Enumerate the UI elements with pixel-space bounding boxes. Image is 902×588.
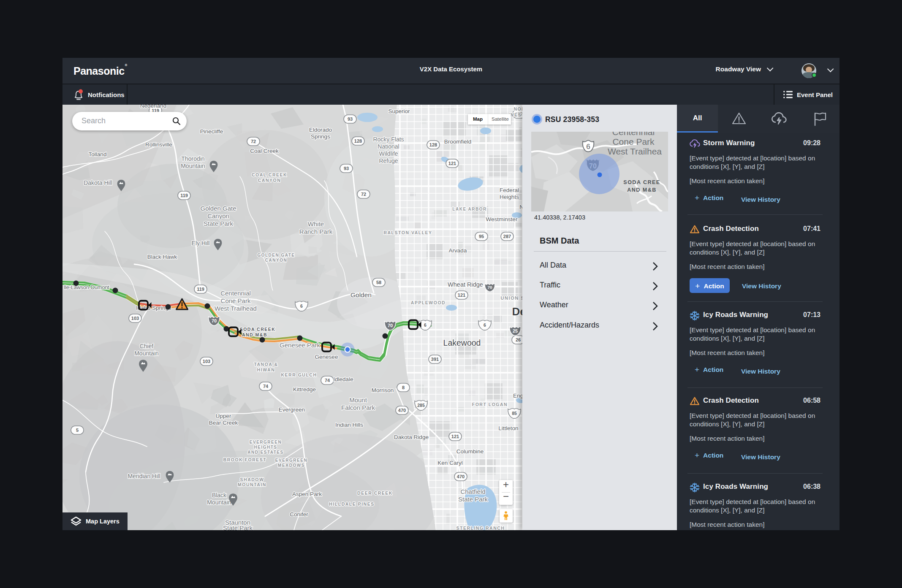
svg-text:Nederland: Nederland — [140, 105, 166, 109]
svg-text:West Trailhea: West Trailhea — [608, 146, 662, 156]
svg-text:Eng: Eng — [513, 393, 522, 399]
svg-text:Arvada: Arvada — [449, 247, 467, 254]
svg-text:103: 103 — [203, 359, 210, 364]
svg-text:103: 103 — [131, 316, 139, 321]
svg-text:72: 72 — [361, 192, 366, 197]
svg-text:6: 6 — [424, 322, 427, 328]
svg-text:70: 70 — [487, 285, 492, 290]
svg-text:lle-Lawson-Dumont: lle-Lawson-Dumont — [64, 285, 109, 290]
svg-text:Mountain: Mountain — [134, 350, 159, 357]
svg-text:SHADOW: SHADOW — [240, 477, 264, 482]
svg-text:287: 287 — [503, 234, 511, 239]
svg-text:Coal Creek: Coal Creek — [250, 148, 279, 154]
svg-text:MOUNTAIN: MOUNTAIN — [238, 482, 266, 487]
svg-text:Refuge: Refuge — [379, 157, 398, 164]
svg-text:CANYON: CANYON — [265, 258, 287, 263]
svg-text:State Park: State Park — [458, 496, 488, 503]
svg-text:93: 93 — [348, 117, 353, 122]
svg-text:UNION S: UNION S — [500, 295, 522, 301]
svg-text:Mountain: Mountain — [181, 163, 205, 169]
svg-text:Aspen Park: Aspen Park — [292, 491, 322, 497]
svg-text:121: 121 — [458, 293, 465, 298]
svg-text:470: 470 — [457, 474, 465, 479]
svg-text:391: 391 — [431, 357, 439, 362]
svg-text:Conifer: Conifer — [290, 511, 308, 518]
svg-text:HIWAN: HIWAN — [257, 367, 275, 372]
svg-text:WESTM: WESTM — [510, 112, 522, 117]
svg-text:Meridian Hill: Meridian Hill — [128, 473, 160, 480]
svg-text:128: 128 — [429, 142, 437, 147]
svg-text:Cone Park: Cone Park — [221, 297, 251, 304]
svg-text:Chatfield: Chatfield — [460, 488, 485, 495]
svg-text:BROOK FOREST: BROOK FOREST — [223, 457, 267, 462]
svg-text:Upper: Upper — [216, 413, 231, 419]
svg-text:HILLDALE PINES: HILLDALE PINES — [329, 501, 374, 507]
svg-text:National: National — [378, 143, 399, 150]
svg-text:Springs: Springs — [311, 133, 330, 140]
svg-text:Black: Black — [212, 492, 227, 499]
svg-text:74: 74 — [263, 384, 269, 389]
svg-text:Idledale: Idledale — [333, 376, 353, 382]
svg-text:128: 128 — [354, 138, 362, 144]
svg-text:285: 285 — [417, 403, 425, 408]
svg-text:119: 119 — [197, 287, 204, 292]
svg-text:APPLEWOOD: APPLEWOOD — [411, 300, 446, 305]
svg-text:Bear Creek: Bear Creek — [209, 420, 238, 426]
svg-text:Genesee Park: Genesee Park — [280, 341, 320, 349]
svg-text:SODA CREE: SODA CREE — [623, 179, 660, 185]
svg-text:Pinecliffe: Pinecliffe — [200, 128, 223, 135]
svg-text:Centennial: Centennial — [220, 290, 251, 297]
svg-text:Centennial: Centennial — [612, 132, 655, 137]
svg-text:85: 85 — [512, 411, 517, 416]
svg-text:Morrison: Morrison — [372, 387, 394, 393]
svg-text:Littleton: Littleton — [498, 425, 518, 431]
svg-text:Heights: Heights — [500, 194, 519, 200]
svg-text:MEADOWS: MEADOWS — [278, 463, 305, 468]
svg-text:Thorodin: Thorodin — [181, 155, 204, 162]
svg-text:De: De — [512, 305, 522, 318]
svg-text:Dakota Ridge: Dakota Ridge — [394, 434, 429, 440]
svg-text:25: 25 — [513, 328, 518, 333]
svg-text:8: 8 — [402, 385, 405, 390]
svg-text:HEIGHTS: HEIGHTS — [254, 445, 277, 450]
svg-text:EVERGREEN: EVERGREEN — [250, 440, 282, 444]
svg-text:Broomfield: Broomfield — [444, 138, 472, 145]
svg-text:State Park: State Park — [223, 524, 253, 530]
svg-text:Federal: Federal — [500, 187, 519, 193]
svg-text:26: 26 — [516, 337, 521, 342]
svg-text:State Park: State Park — [204, 220, 234, 227]
svg-text:Lakewood: Lakewood — [443, 338, 481, 347]
svg-text:Mountain: Mountain — [207, 499, 231, 506]
svg-text:119: 119 — [180, 193, 188, 198]
svg-text:121: 121 — [448, 161, 456, 166]
svg-text:EVERGREEN: EVERGREEN — [275, 458, 307, 463]
svg-text:SODA CREEK: SODA CREEK — [240, 327, 276, 332]
svg-text:CANYON: CANYON — [258, 178, 281, 183]
svg-text:74: 74 — [325, 378, 330, 383]
svg-text:Cone Park: Cone Park — [612, 137, 655, 146]
svg-text:GOLDEN GATE: GOLDEN GATE — [257, 253, 295, 257]
svg-text:Wildlife: Wildlife — [379, 150, 398, 157]
svg-text:Kittredge: Kittredge — [293, 386, 316, 393]
svg-text:DEER CREEK: DEER CREEK — [357, 490, 393, 496]
svg-text:95: 95 — [479, 234, 484, 239]
svg-text:RALSTON VALLEY: RALSTON VALLEY — [383, 230, 432, 235]
svg-text:Superior: Superior — [388, 108, 410, 114]
svg-text:Rocky Flats: Rocky Flats — [373, 136, 404, 143]
svg-text:Genesee: Genesee — [315, 354, 338, 360]
svg-text:Rollinsville: Rollinsville — [145, 141, 172, 148]
svg-text:Ranch Park: Ranch Park — [299, 228, 333, 235]
svg-text:Golden: Golden — [350, 291, 372, 298]
svg-text:93: 93 — [344, 166, 349, 171]
svg-text:Golden Gate: Golden Gate — [200, 205, 236, 212]
svg-text:KERR GULCH: KERR GULCH — [281, 372, 317, 377]
svg-text:LAKE ARBOR: LAKE ARBOR — [452, 207, 486, 211]
svg-text:AND M&B: AND M&B — [627, 187, 657, 193]
svg-text:STERLING RANCH: STERLING RANCH — [456, 526, 505, 530]
svg-text:Canyon: Canyon — [207, 212, 229, 219]
svg-text:Ken Caryl: Ken Caryl — [437, 460, 462, 466]
svg-text:Dakota Hill: Dakota Hill — [84, 179, 112, 186]
svg-text:Evergreen: Evergreen — [279, 406, 305, 413]
svg-text:72: 72 — [251, 139, 256, 144]
svg-text:Wheat Ridge: Wheat Ridge — [448, 281, 483, 288]
